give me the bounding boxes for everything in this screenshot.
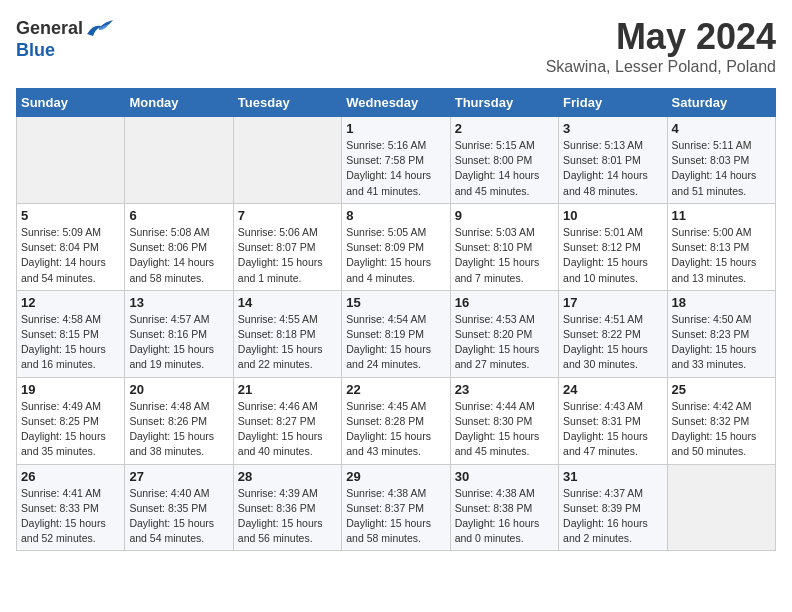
day-number: 29	[346, 469, 445, 484]
calendar-cell: 10Sunrise: 5:01 AM Sunset: 8:12 PM Dayli…	[559, 203, 667, 290]
logo-blue: Blue	[16, 40, 55, 61]
day-number: 24	[563, 382, 662, 397]
calendar-cell: 1Sunrise: 5:16 AM Sunset: 7:58 PM Daylig…	[342, 117, 450, 204]
calendar-week-row: 5Sunrise: 5:09 AM Sunset: 8:04 PM Daylig…	[17, 203, 776, 290]
page-header: General Blue May 2024 Skawina, Lesser Po…	[16, 16, 776, 76]
day-info: Sunrise: 5:05 AM Sunset: 8:09 PM Dayligh…	[346, 225, 445, 286]
day-number: 5	[21, 208, 120, 223]
day-info: Sunrise: 5:15 AM Sunset: 8:00 PM Dayligh…	[455, 138, 554, 199]
calendar-cell: 2Sunrise: 5:15 AM Sunset: 8:00 PM Daylig…	[450, 117, 558, 204]
day-info: Sunrise: 4:37 AM Sunset: 8:39 PM Dayligh…	[563, 486, 662, 547]
day-number: 30	[455, 469, 554, 484]
calendar-cell	[667, 464, 775, 551]
calendar-cell: 13Sunrise: 4:57 AM Sunset: 8:16 PM Dayli…	[125, 290, 233, 377]
calendar-cell: 27Sunrise: 4:40 AM Sunset: 8:35 PM Dayli…	[125, 464, 233, 551]
calendar-cell: 31Sunrise: 4:37 AM Sunset: 8:39 PM Dayli…	[559, 464, 667, 551]
calendar-week-row: 1Sunrise: 5:16 AM Sunset: 7:58 PM Daylig…	[17, 117, 776, 204]
day-number: 15	[346, 295, 445, 310]
calendar-cell: 16Sunrise: 4:53 AM Sunset: 8:20 PM Dayli…	[450, 290, 558, 377]
day-number: 13	[129, 295, 228, 310]
day-of-week-header: Sunday	[17, 89, 125, 117]
day-number: 22	[346, 382, 445, 397]
day-info: Sunrise: 4:41 AM Sunset: 8:33 PM Dayligh…	[21, 486, 120, 547]
day-info: Sunrise: 4:58 AM Sunset: 8:15 PM Dayligh…	[21, 312, 120, 373]
day-number: 1	[346, 121, 445, 136]
calendar-header-row: SundayMondayTuesdayWednesdayThursdayFrid…	[17, 89, 776, 117]
month-title: May 2024	[546, 16, 776, 58]
calendar-cell: 20Sunrise: 4:48 AM Sunset: 8:26 PM Dayli…	[125, 377, 233, 464]
day-of-week-header: Monday	[125, 89, 233, 117]
day-info: Sunrise: 5:01 AM Sunset: 8:12 PM Dayligh…	[563, 225, 662, 286]
day-info: Sunrise: 4:48 AM Sunset: 8:26 PM Dayligh…	[129, 399, 228, 460]
day-info: Sunrise: 5:08 AM Sunset: 8:06 PM Dayligh…	[129, 225, 228, 286]
day-info: Sunrise: 4:45 AM Sunset: 8:28 PM Dayligh…	[346, 399, 445, 460]
day-number: 19	[21, 382, 120, 397]
calendar-cell: 6Sunrise: 5:08 AM Sunset: 8:06 PM Daylig…	[125, 203, 233, 290]
calendar-week-row: 19Sunrise: 4:49 AM Sunset: 8:25 PM Dayli…	[17, 377, 776, 464]
location-title: Skawina, Lesser Poland, Poland	[546, 58, 776, 76]
day-info: Sunrise: 4:39 AM Sunset: 8:36 PM Dayligh…	[238, 486, 337, 547]
day-info: Sunrise: 4:53 AM Sunset: 8:20 PM Dayligh…	[455, 312, 554, 373]
calendar-cell: 18Sunrise: 4:50 AM Sunset: 8:23 PM Dayli…	[667, 290, 775, 377]
calendar-cell: 29Sunrise: 4:38 AM Sunset: 8:37 PM Dayli…	[342, 464, 450, 551]
calendar-table: SundayMondayTuesdayWednesdayThursdayFrid…	[16, 88, 776, 551]
day-number: 28	[238, 469, 337, 484]
day-of-week-header: Thursday	[450, 89, 558, 117]
title-area: May 2024 Skawina, Lesser Poland, Poland	[546, 16, 776, 76]
calendar-cell: 25Sunrise: 4:42 AM Sunset: 8:32 PM Dayli…	[667, 377, 775, 464]
day-number: 10	[563, 208, 662, 223]
calendar-cell: 9Sunrise: 5:03 AM Sunset: 8:10 PM Daylig…	[450, 203, 558, 290]
day-number: 18	[672, 295, 771, 310]
day-number: 17	[563, 295, 662, 310]
calendar-cell: 21Sunrise: 4:46 AM Sunset: 8:27 PM Dayli…	[233, 377, 341, 464]
day-of-week-header: Friday	[559, 89, 667, 117]
day-number: 26	[21, 469, 120, 484]
day-info: Sunrise: 4:55 AM Sunset: 8:18 PM Dayligh…	[238, 312, 337, 373]
day-number: 16	[455, 295, 554, 310]
calendar-cell: 30Sunrise: 4:38 AM Sunset: 8:38 PM Dayli…	[450, 464, 558, 551]
day-of-week-header: Wednesday	[342, 89, 450, 117]
day-info: Sunrise: 4:50 AM Sunset: 8:23 PM Dayligh…	[672, 312, 771, 373]
day-number: 23	[455, 382, 554, 397]
day-info: Sunrise: 5:06 AM Sunset: 8:07 PM Dayligh…	[238, 225, 337, 286]
logo: General Blue	[16, 16, 115, 61]
calendar-cell: 19Sunrise: 4:49 AM Sunset: 8:25 PM Dayli…	[17, 377, 125, 464]
day-info: Sunrise: 5:16 AM Sunset: 7:58 PM Dayligh…	[346, 138, 445, 199]
day-number: 8	[346, 208, 445, 223]
day-info: Sunrise: 4:44 AM Sunset: 8:30 PM Dayligh…	[455, 399, 554, 460]
day-info: Sunrise: 4:49 AM Sunset: 8:25 PM Dayligh…	[21, 399, 120, 460]
calendar-cell: 4Sunrise: 5:11 AM Sunset: 8:03 PM Daylig…	[667, 117, 775, 204]
day-number: 3	[563, 121, 662, 136]
calendar-cell: 17Sunrise: 4:51 AM Sunset: 8:22 PM Dayli…	[559, 290, 667, 377]
day-info: Sunrise: 5:13 AM Sunset: 8:01 PM Dayligh…	[563, 138, 662, 199]
calendar-cell	[17, 117, 125, 204]
calendar-cell: 15Sunrise: 4:54 AM Sunset: 8:19 PM Dayli…	[342, 290, 450, 377]
day-number: 27	[129, 469, 228, 484]
day-number: 12	[21, 295, 120, 310]
day-number: 6	[129, 208, 228, 223]
calendar-cell: 8Sunrise: 5:05 AM Sunset: 8:09 PM Daylig…	[342, 203, 450, 290]
day-info: Sunrise: 5:11 AM Sunset: 8:03 PM Dayligh…	[672, 138, 771, 199]
day-number: 31	[563, 469, 662, 484]
day-info: Sunrise: 4:40 AM Sunset: 8:35 PM Dayligh…	[129, 486, 228, 547]
calendar-cell: 3Sunrise: 5:13 AM Sunset: 8:01 PM Daylig…	[559, 117, 667, 204]
calendar-cell: 22Sunrise: 4:45 AM Sunset: 8:28 PM Dayli…	[342, 377, 450, 464]
day-info: Sunrise: 4:46 AM Sunset: 8:27 PM Dayligh…	[238, 399, 337, 460]
calendar-cell: 28Sunrise: 4:39 AM Sunset: 8:36 PM Dayli…	[233, 464, 341, 551]
logo-general: General	[16, 18, 83, 39]
logo-bird-icon	[85, 16, 115, 40]
calendar-cell: 26Sunrise: 4:41 AM Sunset: 8:33 PM Dayli…	[17, 464, 125, 551]
day-info: Sunrise: 5:03 AM Sunset: 8:10 PM Dayligh…	[455, 225, 554, 286]
calendar-cell: 23Sunrise: 4:44 AM Sunset: 8:30 PM Dayli…	[450, 377, 558, 464]
calendar-week-row: 26Sunrise: 4:41 AM Sunset: 8:33 PM Dayli…	[17, 464, 776, 551]
day-number: 21	[238, 382, 337, 397]
calendar-week-row: 12Sunrise: 4:58 AM Sunset: 8:15 PM Dayli…	[17, 290, 776, 377]
day-number: 9	[455, 208, 554, 223]
calendar-cell	[125, 117, 233, 204]
day-info: Sunrise: 4:51 AM Sunset: 8:22 PM Dayligh…	[563, 312, 662, 373]
calendar-cell: 24Sunrise: 4:43 AM Sunset: 8:31 PM Dayli…	[559, 377, 667, 464]
calendar-cell: 11Sunrise: 5:00 AM Sunset: 8:13 PM Dayli…	[667, 203, 775, 290]
day-info: Sunrise: 5:09 AM Sunset: 8:04 PM Dayligh…	[21, 225, 120, 286]
day-number: 4	[672, 121, 771, 136]
calendar-cell: 12Sunrise: 4:58 AM Sunset: 8:15 PM Dayli…	[17, 290, 125, 377]
